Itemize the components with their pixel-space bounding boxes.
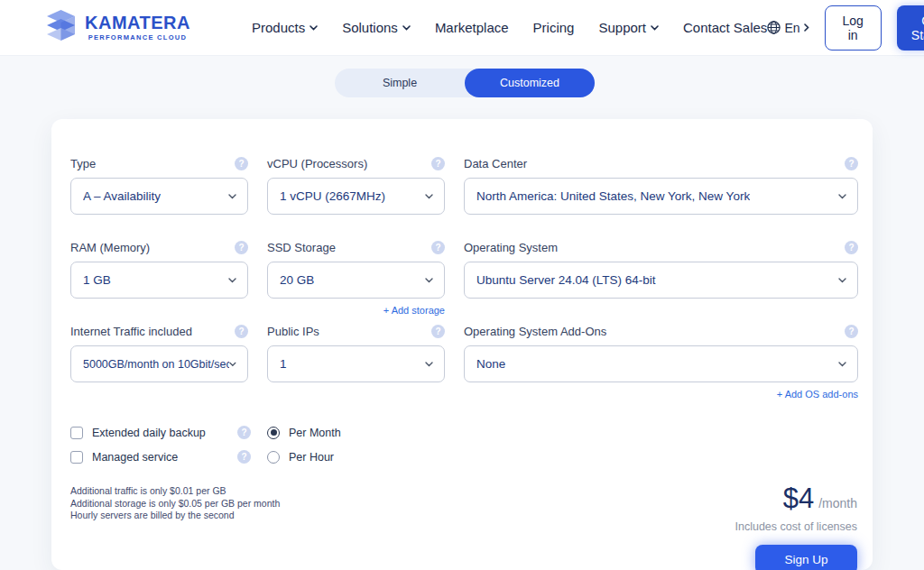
extended-backup-option: Extended daily backup ? <box>70 426 267 439</box>
help-icon[interactable]: ? <box>431 157 445 170</box>
logo-title: KAMATERA <box>85 14 190 32</box>
main-nav: Products Solutions Marketplace Pricing S… <box>252 20 767 35</box>
os-addons-select[interactable]: None <box>464 345 858 382</box>
managed-service-label: Managed service <box>92 451 178 464</box>
os-label: Operating System <box>464 241 558 254</box>
price-period: /month <box>818 496 857 510</box>
public-ips-select-value: 1 <box>280 357 287 371</box>
add-os-addons-link[interactable]: + Add OS add-ons <box>777 389 858 400</box>
licenses-note: Includes cost of licenses <box>735 520 858 533</box>
nav-support-label: Support <box>598 20 646 35</box>
help-icon[interactable]: ? <box>237 426 251 439</box>
os-select-value: Ubuntu Server 24.04 (LTS) 64-bit <box>476 273 656 287</box>
help-icon[interactable]: ? <box>845 157 858 170</box>
nav-contact-sales[interactable]: Contact Sales <box>683 20 767 35</box>
help-icon[interactable]: ? <box>237 450 251 464</box>
vcpu-label: vCPU (Processors) <box>267 157 367 170</box>
nav-support[interactable]: Support <box>598 20 659 35</box>
kamatera-logo-icon <box>45 10 77 46</box>
chevron-down-icon <box>838 362 846 367</box>
globe-icon <box>767 21 781 34</box>
chevron-down-icon <box>651 25 659 31</box>
help-icon[interactable]: ? <box>845 241 858 254</box>
get-started-button[interactable]: Get Started <box>897 5 924 51</box>
chevron-right-icon <box>804 23 809 32</box>
price-summary: $4 /month Includes cost of licenses Sign… <box>735 483 858 570</box>
ssd-select[interactable]: 20 GB <box>267 262 445 299</box>
help-icon[interactable]: ? <box>431 325 445 338</box>
ssd-label: SSD Storage <box>267 241 336 254</box>
price-value: $4 <box>783 483 814 515</box>
per-hour-label: Per Hour <box>289 451 334 464</box>
field-traffic: Internet Traffic included ? 5000GB/month… <box>70 325 248 397</box>
plan-mode-toggle: Simple Customized <box>335 69 595 97</box>
nav-contact-sales-label: Contact Sales <box>683 20 767 35</box>
help-icon[interactable]: ? <box>845 325 858 338</box>
field-type: Type ? A – Availability <box>70 157 248 229</box>
chevron-down-icon <box>310 25 318 31</box>
help-icon[interactable]: ? <box>431 241 445 254</box>
nav-solutions[interactable]: Solutions <box>342 20 411 35</box>
field-public-ips: Public IPs ? 1 <box>267 325 445 397</box>
field-ssd: SSD Storage ? 20 GB + Add storage <box>267 241 445 313</box>
managed-service-checkbox[interactable] <box>70 451 83 464</box>
per-month-radio[interactable] <box>267 427 280 439</box>
logo-subtitle: PERFORMANCE CLOUD <box>85 34 190 41</box>
nav-marketplace[interactable]: Marketplace <box>435 20 509 35</box>
ram-select[interactable]: 1 GB <box>70 262 248 299</box>
per-month-option[interactable]: Per Month <box>267 426 341 439</box>
nav-products[interactable]: Products <box>252 20 318 35</box>
chevron-down-icon <box>229 362 236 367</box>
os-select[interactable]: Ubuntu Server 24.04 (LTS) 64-bit <box>464 262 858 299</box>
ram-select-value: 1 GB <box>83 273 111 287</box>
type-label: Type <box>70 157 96 170</box>
help-icon[interactable]: ? <box>235 241 248 254</box>
per-hour-radio[interactable] <box>267 451 280 464</box>
vcpu-select-value: 1 vCPU (2667MHz) <box>280 189 385 203</box>
kamatera-logo[interactable]: KAMATERA PERFORMANCE CLOUD <box>45 10 190 46</box>
server-config-card: Type ? A – Availability vCPU (Processors… <box>51 119 873 570</box>
vcpu-select[interactable]: 1 vCPU (2667MHz) <box>267 178 445 215</box>
chevron-down-icon <box>425 362 433 367</box>
chevron-down-icon <box>425 278 433 283</box>
nav-pricing-label: Pricing <box>533 20 575 35</box>
extended-backup-checkbox[interactable] <box>70 427 83 439</box>
login-button[interactable]: Log in <box>825 5 882 51</box>
toggle-simple[interactable]: Simple <box>335 69 465 97</box>
config-fields: Type ? A – Availability vCPU (Processors… <box>70 157 858 397</box>
chevron-down-icon <box>402 25 411 31</box>
type-select[interactable]: A – Availability <box>70 178 248 215</box>
nav-products-label: Products <box>252 20 305 35</box>
ssd-select-value: 20 GB <box>280 273 314 287</box>
datacenter-label: Data Center <box>464 157 527 170</box>
chevron-down-icon <box>838 278 846 283</box>
chevron-down-icon <box>228 194 236 199</box>
add-storage-link[interactable]: + Add storage <box>383 305 445 316</box>
nav-solutions-label: Solutions <box>342 20 398 35</box>
extended-backup-label: Extended daily backup <box>92 427 206 439</box>
field-vcpu: vCPU (Processors) ? 1 vCPU (2667MHz) <box>267 157 445 229</box>
per-month-label: Per Month <box>289 427 341 439</box>
extra-options: Extended daily backup ? Managed service … <box>70 426 858 464</box>
per-hour-option[interactable]: Per Hour <box>267 450 341 464</box>
os-addons-select-value: None <box>476 357 505 371</box>
field-datacenter: Data Center ? North America: United Stat… <box>464 157 858 229</box>
language-label: En <box>784 21 799 35</box>
sign-up-button[interactable]: Sign Up <box>755 545 857 570</box>
help-icon[interactable]: ? <box>235 157 248 170</box>
nav-marketplace-label: Marketplace <box>435 20 509 35</box>
nav-pricing[interactable]: Pricing <box>533 20 575 35</box>
language-selector[interactable]: En <box>767 21 808 35</box>
chevron-down-icon <box>425 194 433 199</box>
help-icon[interactable]: ? <box>235 325 248 338</box>
managed-service-option: Managed service ? <box>70 450 267 464</box>
traffic-select[interactable]: 5000GB/month on 10Gbit/sec port <box>70 345 248 382</box>
public-ips-select[interactable]: 1 <box>267 345 445 382</box>
chevron-down-icon <box>228 278 236 283</box>
public-ips-label: Public IPs <box>267 325 319 338</box>
datacenter-select[interactable]: North America: United States, New York, … <box>464 178 858 215</box>
traffic-label: Internet Traffic included <box>70 325 192 338</box>
traffic-select-value: 5000GB/month on 10Gbit/sec port <box>83 358 229 371</box>
datacenter-select-value: North America: United States, New York, … <box>476 189 750 203</box>
toggle-customized[interactable]: Customized <box>465 69 595 97</box>
